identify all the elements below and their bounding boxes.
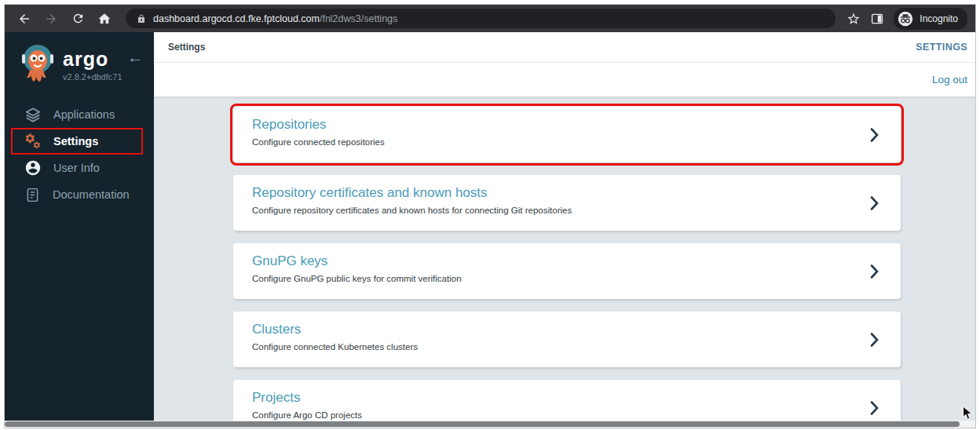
sidebar-nav: Applications Settings: [5, 101, 154, 208]
card-title: Repositories: [252, 117, 846, 133]
layers-icon: [24, 106, 42, 123]
chevron-right-icon: [870, 333, 879, 347]
horizontal-scrollbar-thumb[interactable]: [5, 421, 960, 427]
horizontal-scrollbar: [5, 421, 975, 428]
sidebar-item-label: Documentation: [53, 188, 130, 201]
settings-card-clusters[interactable]: Clusters Configure connected Kubernetes …: [233, 312, 901, 367]
chevron-right-icon: [870, 401, 879, 415]
bookmark-star-icon[interactable]: [847, 12, 861, 26]
version-label: v2.8.2+dbdfc71: [63, 72, 122, 82]
forward-arrow-icon: [44, 12, 58, 26]
breadcrumb[interactable]: Settings: [168, 42, 205, 53]
sidebar-item-label: Applications: [53, 108, 115, 121]
card-description: Configure GnuPG public keys for commit v…: [252, 274, 846, 283]
chevron-right-icon: [870, 128, 879, 142]
page-viewport: argo v2.8.2+dbdfc71 ← Applications: [5, 32, 975, 421]
settings-card-repositories[interactable]: Repositories Configure connected reposit…: [233, 107, 901, 162]
top-toolbar: Settings SETTINGS: [154, 32, 975, 63]
argo-logo-text: argo: [63, 49, 122, 69]
forward-button[interactable]: [41, 9, 61, 29]
sidebar-item-label: Settings: [53, 135, 98, 148]
page-title: SETTINGS: [916, 42, 967, 53]
sidebar: argo v2.8.2+dbdfc71 ← Applications: [5, 32, 154, 421]
chevron-right-icon: [870, 196, 879, 210]
card-description: Configure connected repositories: [252, 137, 846, 147]
sidebar-item-settings[interactable]: Settings: [5, 128, 154, 155]
sidebar-item-applications[interactable]: Applications: [5, 101, 154, 128]
url-domain: dashboard.argocd.cd.fke.fptcloud.com: [153, 13, 320, 24]
url-path: /fnl2dws3/settings: [320, 13, 397, 24]
reload-icon: [71, 12, 85, 25]
card-title: Repository certificates and known hosts: [252, 185, 846, 201]
settings-card-certificates[interactable]: Repository certificates and known hosts …: [233, 175, 901, 231]
side-panel-icon[interactable]: [870, 12, 884, 26]
back-arrow-icon: [17, 12, 31, 26]
home-icon: [97, 12, 112, 26]
sidebar-collapse-button[interactable]: ←: [127, 43, 143, 65]
sidebar-item-user-info[interactable]: User Info: [5, 155, 154, 181]
main-area: Settings SETTINGS Log out Repositories C…: [154, 32, 975, 421]
screenshot: dashboard.argocd.cd.fke.fptcloud.com/fnl…: [0, 0, 980, 430]
home-button[interactable]: [94, 9, 115, 29]
settings-card-projects[interactable]: Projects Configure Argo CD projects: [233, 380, 901, 421]
argo-octopus-logo-icon: [20, 43, 55, 84]
card-description: Configure connected Kubernetes clusters: [252, 342, 846, 352]
card-title: Projects: [252, 390, 846, 406]
user-circle-icon: [24, 159, 42, 177]
mouse-cursor: [962, 406, 973, 421]
chevron-right-icon: [870, 264, 879, 279]
reload-button[interactable]: [68, 9, 88, 29]
logo-texts: argo v2.8.2+dbdfc71: [63, 43, 122, 82]
browser-toolbar: dashboard.argocd.cd.fke.fptcloud.com/fnl…: [5, 5, 975, 32]
logout-link[interactable]: Log out: [932, 74, 967, 86]
sidebar-item-label: User Info: [53, 162, 100, 174]
address-bar[interactable]: dashboard.argocd.cd.fke.fptcloud.com/fnl…: [126, 9, 836, 28]
card-description: Configure repository certificates and kn…: [252, 206, 846, 215]
card-title: Clusters: [252, 322, 846, 337]
card-title: GnuPG keys: [252, 253, 846, 269]
incognito-icon: [897, 10, 914, 27]
incognito-label: Incognito: [920, 13, 958, 24]
back-button[interactable]: [14, 9, 35, 29]
logo-block: argo v2.8.2+dbdfc71 ←: [5, 32, 154, 84]
browser-window: dashboard.argocd.cd.fke.fptcloud.com/fnl…: [4, 4, 976, 428]
lock-icon: [137, 14, 146, 24]
card-description: Configure Argo CD projects: [252, 410, 846, 420]
url-text: dashboard.argocd.cd.fke.fptcloud.com/fnl…: [153, 13, 397, 24]
journal-icon: [24, 187, 41, 203]
action-bar: Log out: [154, 63, 975, 97]
sidebar-item-documentation[interactable]: Documentation: [5, 181, 154, 208]
settings-card-gnupg-keys[interactable]: GnuPG keys Configure GnuPG public keys f…: [233, 243, 901, 299]
gears-icon: [24, 133, 42, 150]
settings-overview: Repositories Configure connected reposit…: [154, 97, 975, 421]
incognito-badge: Incognito: [894, 8, 967, 30]
toolbar-right: Incognito: [847, 8, 967, 30]
